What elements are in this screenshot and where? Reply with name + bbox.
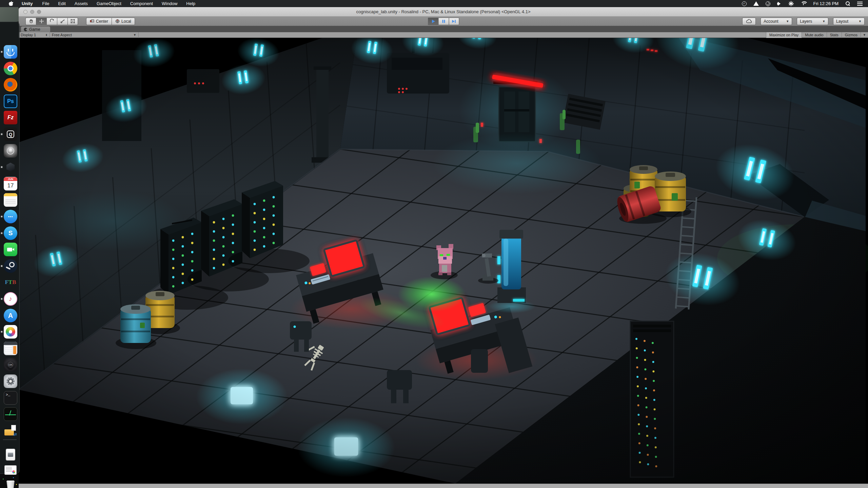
dock-item-ftb[interactable]: FTB	[4, 276, 17, 289]
dock-item-unity[interactable]	[4, 160, 17, 174]
menu-item-component[interactable]: Component	[126, 0, 157, 7]
rect-tool-icon	[70, 19, 75, 24]
rotate-tool-button[interactable]	[46, 18, 57, 25]
aspect-dropdown[interactable]: Free Aspect▼	[50, 32, 139, 38]
unity-toolbar: Center Local Account▼ Layers▼ Layout▼	[19, 17, 868, 26]
tab-game[interactable]: Game	[21, 26, 50, 32]
dock-item-disk-image[interactable]	[4, 448, 17, 461]
dock-item-system-preferences[interactable]	[4, 374, 17, 388]
menu-item-help[interactable]: Help	[182, 0, 200, 7]
menu-clock[interactable]: Fri 12:26 PM	[813, 1, 839, 6]
window-title: cogniscape_lab.unity - Rosalind - PC, Ma…	[356, 9, 530, 14]
dock-item-terminal[interactable]: >_	[4, 391, 17, 405]
terminal-icon: >_	[4, 391, 17, 405]
local-space-icon	[115, 19, 120, 23]
creative-cloud-icon[interactable]	[766, 0, 770, 7]
transform-tools	[25, 18, 78, 25]
dock-item-calculator[interactable]	[4, 342, 17, 355]
play-button[interactable]	[428, 18, 438, 25]
minimize-button[interactable]	[30, 10, 34, 14]
remote-icon: OK	[4, 358, 17, 371]
task-check-icon[interactable]: ✓	[742, 0, 747, 7]
maximize-on-play-toggle[interactable]: Maximize on Play	[766, 32, 802, 38]
snowflake-icon[interactable]	[789, 0, 794, 7]
tab-game-label: Game	[29, 27, 40, 32]
center-pivot-icon	[90, 19, 94, 23]
apple-menu[interactable]	[4, 1, 17, 6]
move-tool-button[interactable]	[36, 18, 46, 25]
scale-tool-button[interactable]	[57, 18, 67, 25]
space-local-button[interactable]: Local	[112, 18, 135, 25]
menu-item-file[interactable]: File	[38, 0, 54, 7]
dock-item-photoshop[interactable]: Ps	[4, 95, 17, 108]
hand-icon	[28, 19, 34, 24]
cloud-button[interactable]	[742, 18, 756, 25]
app-store-icon: A	[4, 309, 17, 322]
display-label: Display 1	[21, 33, 36, 37]
dock-item-finder[interactable]	[4, 45, 17, 59]
dock-item-firefox[interactable]	[4, 78, 17, 92]
steam-icon	[4, 259, 17, 273]
game-view-control-bar: Display 1▲▼ Free Aspect▼ Maximize on Pla…	[19, 32, 868, 38]
gizmos-dropdown[interactable]: Gizmos	[842, 32, 861, 38]
close-button[interactable]	[23, 10, 27, 14]
dock-item-logic-pro[interactable]	[4, 144, 17, 158]
dock-item-gog-galaxy[interactable]: Q	[4, 127, 17, 141]
notification-center-icon[interactable]	[857, 0, 863, 7]
itunes-icon: ♪	[4, 292, 17, 306]
chevron-down-icon: ▼	[859, 20, 862, 23]
gizmos-caret[interactable]: ▼	[861, 32, 868, 38]
display-dropdown[interactable]: Display 1▲▼	[19, 32, 50, 38]
notes-icon	[4, 193, 17, 207]
stats-toggle[interactable]: Stats	[827, 32, 842, 38]
menu-item-window[interactable]: Window	[157, 0, 182, 7]
pivot-center-button[interactable]: Center	[86, 18, 112, 25]
menu-item-assets[interactable]: Assets	[70, 0, 92, 7]
chevron-down-icon: ▼	[822, 20, 825, 23]
zoom-button[interactable]	[37, 10, 41, 14]
dock-item-steam[interactable]	[4, 259, 17, 273]
space-local-label: Local	[121, 19, 131, 24]
dock-item-calendar[interactable]: JUN17	[4, 177, 17, 190]
dock-item-activity-monitor[interactable]	[4, 407, 17, 421]
dock-item-app-store[interactable]: A	[4, 309, 17, 322]
volume-icon[interactable]	[777, 0, 782, 7]
spotlight-search-icon[interactable]	[845, 0, 850, 7]
dock-item-trash[interactable]	[4, 479, 17, 488]
game-viewport[interactable]	[19, 38, 868, 484]
layers-dropdown[interactable]: Layers▼	[797, 18, 828, 25]
gizmos-label: Gizmos	[845, 33, 857, 37]
game-scene	[19, 38, 868, 484]
dock-item-chrome[interactable]	[4, 62, 17, 75]
wifi-icon[interactable]	[801, 0, 807, 7]
dock-item-skype[interactable]: S	[4, 226, 17, 240]
facetime-icon	[4, 243, 17, 256]
window-title-bar[interactable]: cogniscape_lab.unity - Rosalind - PC, Ma…	[19, 7, 868, 17]
unity-cloud-icon	[746, 19, 752, 23]
mute-audio-toggle[interactable]: Mute audio	[802, 32, 826, 38]
menu-item-edit[interactable]: Edit	[54, 0, 70, 7]
layout-dropdown[interactable]: Layout▼	[833, 18, 865, 25]
dock-item-remote[interactable]: OK	[4, 358, 17, 371]
menu-item-unity[interactable]: Unity	[17, 0, 38, 7]
file-sync-icon: ⇄	[4, 424, 17, 438]
dock-item-itunes[interactable]: ♪	[4, 292, 17, 306]
running-indicator	[1, 298, 2, 300]
rect-tool-button[interactable]	[67, 18, 78, 25]
skype-icon: S	[4, 226, 17, 240]
dock-item-notes[interactable]	[4, 193, 17, 207]
dock-item-facetime[interactable]	[4, 243, 17, 256]
hand-tool-button[interactable]	[25, 18, 36, 25]
dock-item-messages[interactable]: •••	[4, 210, 17, 223]
menu-item-gameobject[interactable]: GameObject	[92, 0, 126, 7]
pause-button[interactable]	[438, 18, 449, 25]
dock-item-file-sync[interactable]: ⇄	[4, 424, 17, 438]
account-dropdown[interactable]: Account▼	[761, 18, 792, 25]
vignette	[19, 38, 868, 484]
google-drive-icon[interactable]	[753, 0, 759, 7]
dock-item-photos[interactable]	[4, 325, 17, 339]
dock-item-screenshot-file[interactable]	[4, 463, 17, 477]
chevron-down-icon: ▼	[786, 20, 789, 23]
dock-item-filezilla[interactable]: Fz	[4, 111, 17, 124]
step-button[interactable]	[449, 18, 459, 25]
